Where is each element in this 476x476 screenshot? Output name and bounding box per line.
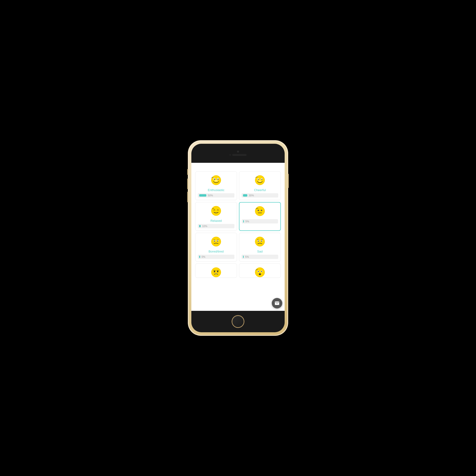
- cheerful-emoji: [255, 175, 265, 187]
- mail-icon: [274, 301, 280, 306]
- svg-point-14: [258, 179, 259, 179]
- relaxed-label: Relaxed: [210, 219, 222, 222]
- svg-point-13: [261, 179, 262, 180]
- cheerful-progress-container: 30%: [241, 193, 278, 198]
- svg-point-7: [218, 179, 219, 179]
- svg-point-34: [261, 241, 262, 241]
- screen-content: Enthusiastic50% Cheerful30% Relaxed10%: [191, 163, 285, 311]
- bored-progress-bar: [199, 255, 200, 258]
- svg-point-28: [217, 241, 218, 241]
- angry-emoji: [211, 267, 221, 278]
- screen: Enthusiastic50% Cheerful30% Relaxed10%: [191, 163, 285, 311]
- svg-point-18: [255, 206, 265, 216]
- relaxed-emoji: [211, 206, 221, 218]
- enthusiastic-progress-bar: [199, 194, 206, 197]
- enthusiastic-percent-label: 50%: [208, 194, 213, 197]
- relaxed-progress-container: 10%: [198, 224, 235, 228]
- svg-point-8: [255, 175, 265, 185]
- cheerful-label: Cheerful: [254, 188, 266, 192]
- volume-down-button: [187, 192, 188, 202]
- svg-point-16: [211, 206, 221, 216]
- sad-percent-label: 5%: [245, 255, 249, 258]
- bored-emoji: [211, 236, 221, 248]
- sad-progress-container: 5%: [241, 255, 278, 259]
- svg-point-23: [211, 237, 221, 246]
- svg-point-45: [258, 271, 259, 272]
- power-button: [288, 174, 289, 188]
- svg-point-35: [211, 267, 221, 277]
- speaker-area: [229, 154, 247, 156]
- neutral-progress-bar: [243, 220, 244, 222]
- svg-point-6: [214, 179, 215, 179]
- top-bezel: [191, 144, 285, 163]
- emotions-grid: Enthusiastic50% Cheerful30% Relaxed10%: [195, 171, 281, 278]
- svg-point-20: [257, 210, 259, 211]
- bored-percent-label: 0%: [202, 255, 205, 258]
- svg-point-0: [211, 175, 221, 185]
- home-button[interactable]: [232, 315, 244, 328]
- neutral-progress-container: 5%: [242, 219, 278, 223]
- emotion-card-relaxed[interactable]: Relaxed10%: [195, 202, 237, 231]
- svg-point-33: [258, 241, 259, 241]
- bottom-bezel: [191, 311, 285, 332]
- svg-point-15: [262, 179, 262, 179]
- neutral-emoji: [255, 206, 265, 218]
- svg-point-21: [261, 210, 262, 211]
- phone-shell: Enthusiastic50% Cheerful30% Relaxed10%: [188, 140, 288, 336]
- volume-up-button: [187, 178, 188, 189]
- relaxed-percent-label: 10%: [202, 225, 207, 227]
- svg-point-41: [255, 267, 265, 277]
- emotion-card-enthusiastic[interactable]: Enthusiastic50%: [195, 171, 237, 200]
- neutral-percent-label: 5%: [245, 220, 249, 223]
- enthusiastic-emoji: [211, 175, 221, 187]
- enthusiastic-progress-container: 50%: [198, 193, 235, 198]
- svg-point-46: [261, 271, 262, 272]
- cheerful-percent-label: 30%: [249, 194, 254, 197]
- phone-inner: Enthusiastic50% Cheerful30% Relaxed10%: [191, 144, 285, 332]
- svg-point-12: [258, 179, 259, 180]
- cheerful-progress-bar: [243, 194, 247, 197]
- mute-button: [187, 169, 188, 175]
- relaxed-progress-bar: [199, 225, 201, 227]
- front-camera: [229, 154, 231, 156]
- emotion-card-neutral[interactable]: 5%: [239, 202, 281, 231]
- emotion-card-surprised[interactable]: [239, 263, 281, 278]
- bored-progress-container: 0%: [198, 255, 235, 259]
- surprised-emoji: [255, 267, 265, 278]
- speaker: [232, 154, 247, 156]
- sad-emoji: [255, 236, 265, 248]
- sad-progress-bar: [243, 255, 244, 258]
- emotion-card-angry[interactable]: [195, 263, 237, 278]
- enthusiastic-label: Enthusiastic: [208, 188, 224, 192]
- sad-label: Sad: [257, 250, 262, 253]
- svg-point-47: [259, 273, 261, 275]
- phone-device: Enthusiastic50% Cheerful30% Relaxed10%: [188, 140, 288, 336]
- emotion-card-cheerful[interactable]: Cheerful30%: [239, 171, 281, 200]
- camera: [237, 151, 239, 153]
- emotion-card-sad[interactable]: Sad5%: [239, 233, 281, 262]
- svg-point-37: [214, 271, 215, 272]
- svg-point-29: [255, 237, 265, 246]
- svg-point-38: [217, 271, 219, 272]
- message-fab[interactable]: [272, 298, 282, 308]
- svg-point-27: [214, 241, 215, 241]
- bored-label: Bored/tired: [208, 250, 224, 253]
- emotion-card-bored[interactable]: Bored/tired0%: [195, 233, 237, 262]
